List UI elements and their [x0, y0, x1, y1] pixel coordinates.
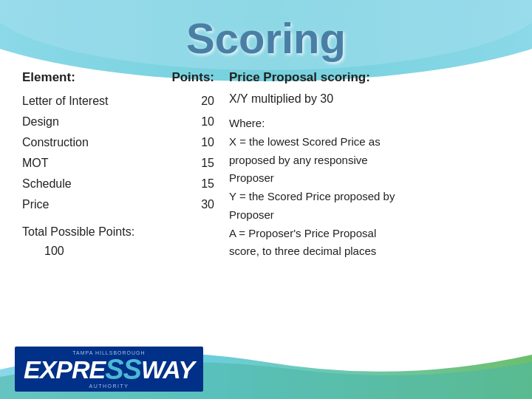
table-header: Element: Points:	[22, 70, 214, 86]
where-line2: proposed by any responsive	[229, 154, 368, 166]
row-element: Construction	[22, 134, 170, 151]
left-column: Element: Points: Letter of Interest20Des…	[22, 70, 214, 261]
main-layout: Element: Points: Letter of Interest20Des…	[22, 70, 510, 261]
right-column: Price Proposal scoring: X/Y multiplied b…	[229, 70, 510, 261]
logo-area: TAMPA HILLSBOROUGH EXPRESSWAY AUTHORITY	[15, 347, 203, 392]
page-title: Scoring	[22, 7, 510, 63]
row-element: Letter of Interest	[22, 92, 170, 110]
table-row: Design10	[22, 113, 214, 131]
logo-way: WAY	[141, 357, 194, 382]
row-element: MOT	[22, 154, 170, 172]
row-element: Design	[22, 113, 170, 131]
logo-bottom-text: AUTHORITY	[24, 383, 194, 389]
row-points: 30	[170, 196, 214, 214]
header-points: Points:	[170, 70, 214, 85]
logo-wrapper: TAMPA HILLSBOROUGH EXPRESSWAY AUTHORITY	[15, 347, 203, 392]
logo-express: EXPRE	[24, 357, 105, 382]
row-points: 10	[170, 113, 214, 131]
logo-main-text: EXPRESSWAY	[24, 355, 194, 383]
table-row: Letter of Interest20	[22, 92, 214, 110]
where-line5: Proposer	[229, 208, 274, 221]
row-element: Schedule	[22, 175, 170, 193]
total-row: Total Possible Points: 100	[22, 222, 214, 260]
row-points: 15	[170, 154, 214, 172]
price-header: Price Proposal scoring:	[229, 70, 510, 85]
table-row: MOT15	[22, 154, 214, 172]
where-line6: A = Proposer's Price Proposal	[229, 227, 376, 239]
total-value: 100	[22, 242, 214, 261]
price-formula: X/Y multiplied by 30	[229, 92, 510, 106]
where-line1: X = the lowest Scored Price as	[229, 135, 381, 148]
where-line7: score, to three decimal places	[229, 245, 376, 257]
price-where-block: Where: X = the lowest Scored Price as pr…	[229, 115, 510, 261]
main-content: Scoring Element: Points: Letter of Inter…	[0, 0, 532, 276]
where-line4: Y = the Scored Price proposed by	[229, 190, 395, 202]
row-points: 10	[170, 134, 214, 151]
row-element: Price	[22, 196, 170, 214]
where-label: Where:	[229, 117, 265, 129]
table-rows: Letter of Interest20Design10Construction…	[22, 92, 214, 214]
where-line3: Proposer	[229, 171, 274, 184]
total-label: Total Possible Points:	[22, 225, 134, 238]
header-element: Element:	[22, 70, 170, 85]
row-points: 15	[170, 175, 214, 193]
logo-slash: SS	[105, 355, 141, 383]
table-row: Schedule15	[22, 175, 214, 193]
table-row: Construction10	[22, 134, 214, 151]
row-points: 20	[170, 92, 214, 110]
table-row: Price30	[22, 196, 214, 214]
